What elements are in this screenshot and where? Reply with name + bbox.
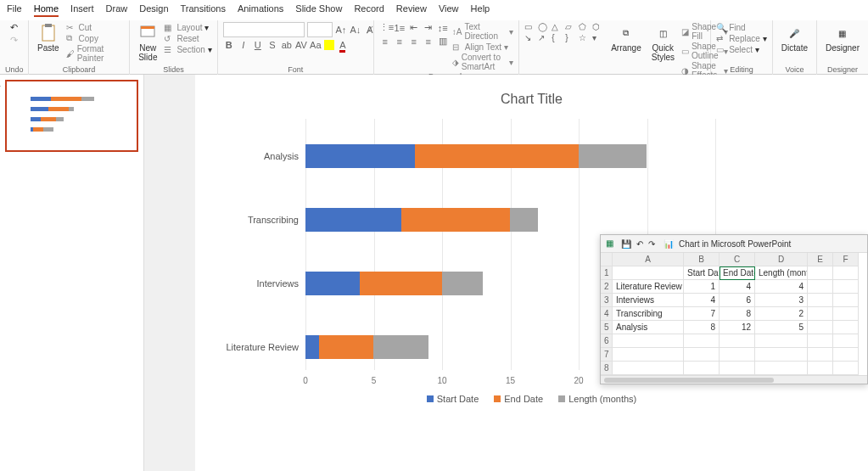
- shadow-button[interactable]: ab: [281, 40, 293, 50]
- data-grid[interactable]: ABCDEF1Start DateEnd DateLength (months)…: [601, 253, 867, 375]
- cut-button[interactable]: ✂Cut: [66, 22, 125, 32]
- italic-button[interactable]: I: [238, 40, 249, 50]
- x-tick: 5: [372, 376, 377, 385]
- save-icon[interactable]: 💾: [621, 239, 631, 249]
- new-slide-button[interactable]: New Slide: [135, 22, 160, 64]
- excel-icon: ▦: [606, 238, 616, 249]
- menu-view[interactable]: View: [439, 3, 459, 17]
- shapes-gallery[interactable]: ▭◯△▱⬠⬡ ↘↗{}☆▾: [524, 22, 604, 42]
- group-label-clipboard: Clipboard: [34, 64, 124, 74]
- reset-button[interactable]: ↺Reset: [164, 33, 211, 43]
- arrange-button[interactable]: ⧉ Arrange: [608, 22, 645, 54]
- bar-row[interactable]: [305, 208, 538, 232]
- redo-icon[interactable]: ↷: [10, 35, 18, 46]
- slide-thumb-1[interactable]: [5, 80, 138, 152]
- line-spacing-button[interactable]: ↕≡: [437, 23, 449, 33]
- replace-button[interactable]: ⇄Replace ▾: [716, 33, 767, 43]
- group-label-slides: Slides: [135, 64, 212, 74]
- align-right-button[interactable]: ≡: [408, 36, 420, 47]
- align-left-button[interactable]: ≡: [379, 36, 391, 47]
- chart-mini-icon: 📊: [664, 239, 674, 249]
- highlight-button[interactable]: [324, 40, 334, 50]
- paste-button[interactable]: Paste: [34, 22, 63, 54]
- data-scrollbar[interactable]: [601, 375, 867, 384]
- legend-item-3[interactable]: Length (months): [558, 394, 636, 404]
- justify-button[interactable]: ≡: [423, 36, 434, 47]
- ribbon: ↶ ↷ Undo Paste ✂Cut ⧉Copy 🖌Format Painte…: [0, 20, 868, 75]
- numbering-button[interactable]: 1≡: [394, 23, 406, 33]
- cut-icon: ✂: [66, 22, 76, 32]
- columns-button[interactable]: ▥: [437, 36, 449, 47]
- new-slide-icon: [138, 24, 157, 42]
- smartart-button[interactable]: ⬗Convert to SmartArt ▾: [452, 53, 513, 71]
- copy-icon: ⧉: [66, 33, 76, 43]
- bullets-button[interactable]: ⋮≡: [379, 22, 391, 33]
- section-icon: ☰: [164, 44, 174, 54]
- format-painter-button[interactable]: 🖌Format Painter: [66, 44, 125, 63]
- chart-title[interactable]: Chart Title: [221, 92, 843, 107]
- x-tick: 15: [506, 376, 515, 385]
- bar-row[interactable]: [305, 144, 647, 168]
- indent-inc-button[interactable]: ⇥: [423, 22, 434, 33]
- undo-icon[interactable]: ↶: [10, 22, 18, 33]
- x-tick: 0: [303, 376, 308, 385]
- menu-draw[interactable]: Draw: [106, 3, 128, 17]
- quick-styles-icon: ◫: [653, 24, 672, 42]
- category-label: Transcribing: [248, 215, 299, 225]
- data-window-titlebar[interactable]: ▦ 💾 ↶ ↷ 📊 Chart in Microsoft PowerPoint: [601, 235, 867, 253]
- legend-item-1[interactable]: Start Date: [427, 394, 479, 404]
- group-label-undo: Undo: [5, 64, 23, 74]
- dictate-button[interactable]: 🎤 Dictate: [778, 22, 811, 54]
- indent-dec-button[interactable]: ⇤: [408, 22, 420, 33]
- bar-row[interactable]: [305, 272, 483, 295]
- font-size-select[interactable]: [307, 22, 333, 37]
- slide-number: 1: [0, 80, 1, 88]
- designer-icon: ▦: [833, 24, 852, 42]
- menu-help[interactable]: Help: [471, 3, 490, 17]
- case-button[interactable]: Aa: [310, 40, 322, 50]
- brush-icon: 🖌: [66, 48, 75, 59]
- chart-legend[interactable]: Start Date End Date Length (months): [221, 394, 843, 404]
- decrease-font-icon[interactable]: A↓: [350, 25, 361, 35]
- strike-button[interactable]: S: [266, 40, 278, 50]
- menu-record[interactable]: Record: [354, 3, 384, 17]
- menu-file[interactable]: File: [7, 3, 22, 17]
- find-icon: 🔍: [716, 22, 726, 32]
- slide-thumbnails: 1: [0, 75, 144, 471]
- copy-button[interactable]: ⧉Copy: [66, 33, 125, 43]
- menu-bar: FileHomeInsertDrawDesignTransitionsAnima…: [0, 0, 868, 20]
- menu-animations[interactable]: Animations: [238, 3, 283, 17]
- menu-transitions[interactable]: Transitions: [181, 3, 226, 17]
- section-button[interactable]: ☰Section ▾: [164, 44, 211, 54]
- font-color-button[interactable]: A: [337, 40, 349, 50]
- undo-mini-icon[interactable]: ↶: [636, 239, 643, 249]
- menu-review[interactable]: Review: [396, 3, 427, 17]
- increase-font-icon[interactable]: A↑: [335, 25, 347, 35]
- layout-icon: ▦: [164, 22, 174, 32]
- group-label-designer: Designer: [822, 64, 863, 74]
- data-window-title: Chart in Microsoft PowerPoint: [679, 239, 791, 249]
- chart-data-window[interactable]: ▦ 💾 ↶ ↷ 📊 Chart in Microsoft PowerPoint …: [600, 234, 868, 384]
- font-family-select[interactable]: [223, 22, 305, 37]
- bar-row[interactable]: [305, 335, 428, 359]
- legend-item-2[interactable]: End Date: [494, 394, 543, 404]
- text-direction-button[interactable]: ↕AText Direction ▾: [452, 22, 513, 41]
- quick-styles-button[interactable]: ◫ Quick Styles: [648, 22, 678, 64]
- menu-insert[interactable]: Insert: [70, 3, 94, 17]
- spacing-button[interactable]: AV: [295, 40, 307, 50]
- outline-icon: ▭: [681, 46, 689, 56]
- align-center-button[interactable]: ≡: [394, 36, 406, 47]
- align-text-button[interactable]: ⊟Align Text ▾: [452, 42, 513, 52]
- designer-button[interactable]: ▦ Designer: [822, 22, 863, 54]
- smartart-icon: ⬗: [452, 57, 459, 67]
- select-button[interactable]: ▭Select ▾: [716, 44, 767, 54]
- underline-button[interactable]: U: [252, 40, 264, 50]
- menu-slide-show[interactable]: Slide Show: [295, 3, 342, 17]
- bold-button[interactable]: B: [223, 40, 235, 50]
- group-label-editing: Editing: [716, 64, 767, 74]
- layout-button[interactable]: ▦Layout ▾: [164, 22, 211, 32]
- find-button[interactable]: 🔍Find: [716, 22, 767, 32]
- menu-design[interactable]: Design: [139, 3, 168, 17]
- menu-home[interactable]: Home: [34, 3, 59, 17]
- redo-mini-icon[interactable]: ↷: [648, 239, 655, 249]
